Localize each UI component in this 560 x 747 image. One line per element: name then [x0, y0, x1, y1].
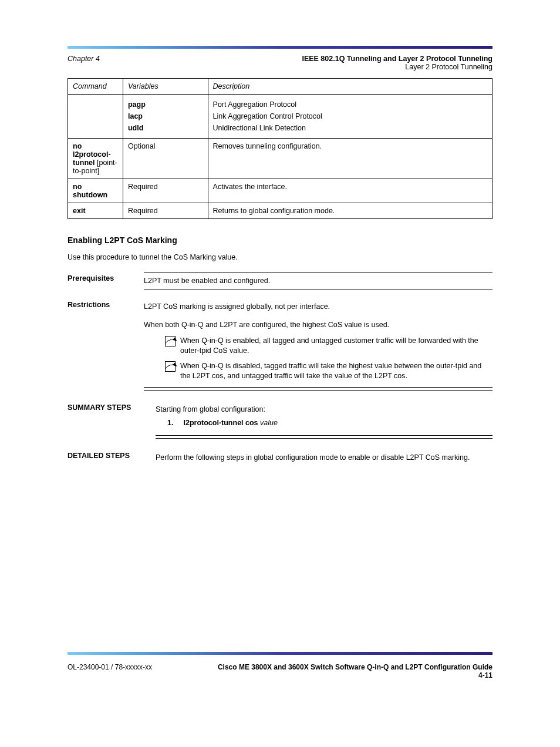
- var-optional: Optional: [123, 139, 208, 179]
- footer-page: 4-11: [218, 671, 492, 679]
- page-header: Chapter 4 IEEE 802.1Q Tunneling and Laye…: [68, 55, 492, 71]
- desc-lacp: Link Aggregation Control Protocol: [213, 112, 487, 120]
- desc-udld: Unidirectional Link Detection: [213, 124, 487, 132]
- prereq-body: L2PT must be enabled and configured.: [144, 276, 492, 286]
- divider: [144, 290, 492, 290]
- section-title: IEEE 802.1Q Tunneling and Layer 2 Protoc…: [302, 55, 492, 63]
- restriction-line-1: L2PT CoS marking is assigned globally, n…: [144, 302, 492, 312]
- col-header-description: Description: [208, 79, 492, 95]
- step-command: l2protocol-tunnel cos: [183, 419, 258, 427]
- var-required: Required: [123, 179, 208, 203]
- desc-exit: Returns to global configuration mode.: [208, 203, 492, 219]
- footer-title: Cisco ME 3800X and 3600X Switch Software…: [218, 663, 492, 671]
- chapter-label: Chapter 4: [68, 55, 100, 71]
- pencil-note-icon: [165, 361, 176, 372]
- col-header-variables: Variables: [123, 79, 208, 95]
- step-arg: value: [258, 419, 278, 427]
- table-row: pagp lacp udld Port Aggregation Protocol…: [68, 95, 492, 139]
- note-block: When Q-in-Q is disabled, tagged traffic …: [165, 361, 492, 381]
- step-number: 1.: [167, 418, 181, 428]
- intro-text: Use this procedure to tunnel the CoS Mar…: [68, 253, 492, 261]
- note-text-1: When Q-in-Q is enabled, all tagged and u…: [180, 336, 492, 356]
- detailed-body: Perform the following steps in global co…: [156, 453, 492, 463]
- page-footer: OL-23400-01 / 78-xxxxx-xx Cisco ME 3800X…: [68, 661, 492, 679]
- footer-doc-id: OL-23400-01 / 78-xxxxx-xx: [68, 663, 152, 679]
- table-header-row: Command Variables Description: [68, 79, 492, 95]
- top-accent-bar: [68, 46, 492, 49]
- restriction-line-2: When both Q-in-Q and L2PT are configured…: [144, 320, 492, 330]
- var-pagp: pagp: [128, 100, 146, 109]
- desc-no-l2pt: Removes tunneling configuration.: [208, 139, 492, 179]
- heading-enabling-cos: Enabling L2PT CoS Marking: [68, 235, 492, 245]
- divider: [156, 438, 492, 439]
- divider: [144, 387, 492, 388]
- table-row: no shutdown Required Activates the inter…: [68, 179, 492, 203]
- desc-no-shutdown: Activates the interface.: [208, 179, 492, 203]
- var-udld: udld: [128, 124, 143, 132]
- label-prerequisites: Prerequisites: [68, 272, 144, 282]
- table-row: exit Required Returns to global configur…: [68, 203, 492, 219]
- label-restrictions: Restrictions: [68, 298, 144, 309]
- table-row: no l2protocol-tunnel [point-to-point] Op…: [68, 139, 492, 179]
- cmd-exit: exit: [68, 203, 123, 219]
- summary-lead: Starting from global configuration:: [156, 405, 492, 415]
- note-text-2: When Q-in-Q is disabled, tagged traffic …: [180, 361, 492, 381]
- cmd-no-shutdown: no shutdown: [68, 179, 123, 203]
- command-table: Command Variables Description pagp lacp …: [68, 78, 492, 219]
- pencil-note-icon: [165, 336, 176, 346]
- label-summary-steps: SUMMARY STEPS: [68, 401, 156, 412]
- var-required-2: Required: [123, 203, 208, 219]
- divider: [144, 272, 492, 272]
- var-lacp: lacp: [128, 112, 143, 120]
- divider: [156, 435, 492, 436]
- note-block: When Q-in-Q is enabled, all tagged and u…: [165, 336, 492, 356]
- bottom-accent-bar: [68, 652, 492, 655]
- divider: [144, 390, 492, 391]
- col-header-command: Command: [68, 79, 123, 95]
- label-detailed-steps: DETAILED STEPS: [68, 449, 156, 460]
- subsection-title: Layer 2 Protocol Tunneling: [302, 63, 492, 71]
- desc-pagp: Port Aggregation Protocol: [213, 100, 487, 109]
